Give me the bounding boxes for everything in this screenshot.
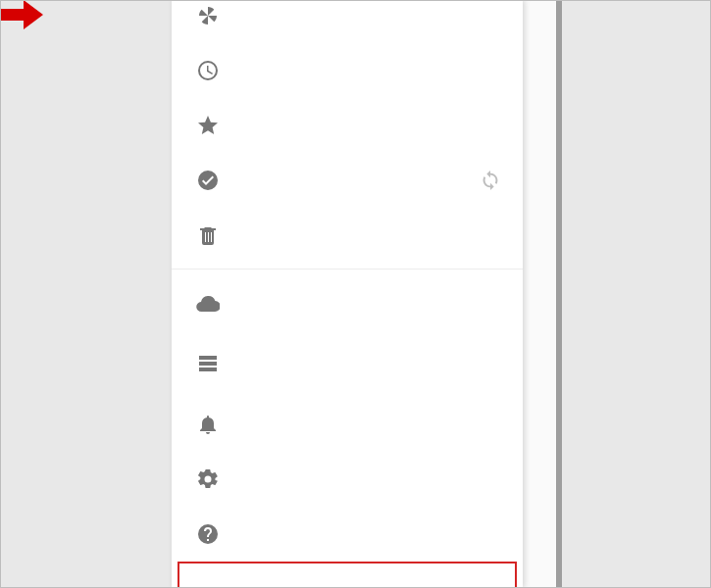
sync-icon[interactable] — [480, 170, 501, 191]
menu-item-offline[interactable] — [172, 153, 523, 208]
star-icon — [195, 113, 221, 138]
pinwheel-icon — [195, 3, 221, 28]
offline-icon — [195, 168, 221, 193]
menu-item-recentes[interactable] — [172, 43, 523, 98]
cloud-icon — [195, 290, 221, 316]
background-content — [523, 0, 562, 588]
menu-item-upgrade-storage[interactable] — [172, 330, 523, 397]
help-icon — [195, 521, 221, 547]
menu-item-ajuda[interactable] — [172, 507, 523, 562]
storage-icon — [195, 351, 221, 376]
menu-item-lixeira[interactable] — [172, 208, 523, 263]
menu-item-com-estrela[interactable] — [172, 98, 523, 153]
menu-item-backups[interactable] — [172, 275, 523, 330]
highlight-box — [178, 562, 517, 588]
navigation-drawer — [172, 0, 523, 588]
gear-icon — [195, 466, 221, 492]
clock-icon — [195, 58, 221, 83]
menu-item-configuracoes[interactable] — [172, 452, 523, 507]
trash-icon — [195, 222, 221, 248]
bell-icon — [195, 412, 221, 437]
red-arrow-annotation — [0, 0, 43, 29]
menu-item-google-fotos[interactable] — [172, 0, 523, 43]
divider — [172, 269, 523, 270]
phone-frame — [172, 0, 562, 588]
menu-item-notificacoes[interactable] — [172, 397, 523, 452]
